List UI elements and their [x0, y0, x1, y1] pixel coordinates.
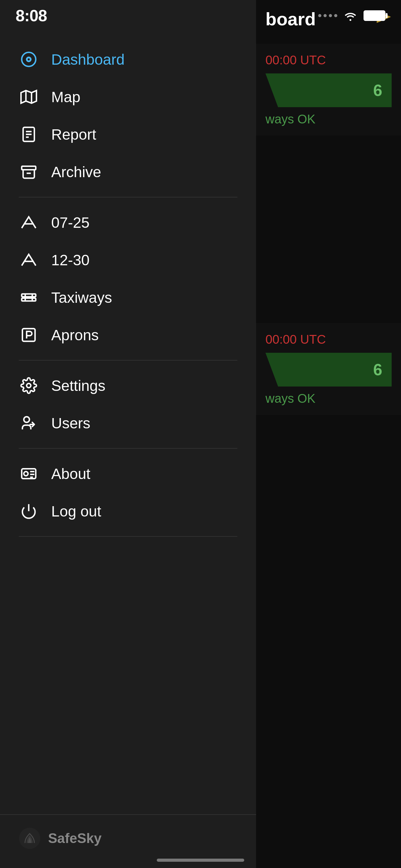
runway-indicator-2: 6 [265, 353, 392, 386]
sidebar-item-taxiways[interactable]: Taxiways [0, 279, 256, 316]
sidebar-item-runway-12-30[interactable]: 12-30 [0, 241, 256, 279]
sidebar-label-about: About [51, 465, 90, 483]
sidebar-item-map[interactable]: Map [0, 78, 256, 116]
sidebar-item-about[interactable]: About [0, 455, 256, 492]
sidebar-label-taxiways: Taxiways [51, 289, 112, 306]
divider-2 [19, 360, 237, 361]
map-icon [19, 87, 39, 107]
divider-1 [19, 197, 237, 197]
gear-icon [19, 376, 39, 396]
sidebar-label-settings: Settings [51, 377, 105, 394]
runway-12-30-icon [19, 250, 39, 270]
svg-rect-13 [22, 294, 36, 297]
sidebar-label-runway-12-30: 12-30 [51, 251, 90, 269]
sidebar-label-runway-07-25: 07-25 [51, 214, 90, 231]
runway-number-2: 6 [373, 360, 382, 379]
dashboard-area: board 00:00 UTC 6 ways OK 00:00 UTC 6 wa… [256, 0, 401, 868]
svg-point-21 [24, 471, 28, 476]
sidebar-item-dashboard[interactable]: Dashboard [0, 41, 256, 78]
sidebar: Dashboard Map R [0, 0, 256, 868]
runway-indicator-1: 6 [265, 73, 392, 107]
sidebar-item-settings[interactable]: Settings [0, 367, 256, 404]
battery-icon [364, 10, 386, 21]
users-icon [19, 413, 39, 433]
runway-status-2: ways OK [265, 392, 392, 406]
runway-card-2: 00:00 UTC 6 ways OK [256, 323, 401, 415]
runway-time-1: 00:00 UTC [265, 53, 392, 67]
runway-07-25-icon [19, 213, 39, 232]
runway-status-1: ways OK [265, 112, 392, 126]
sidebar-item-runway-07-25[interactable]: 07-25 [0, 204, 256, 241]
svg-rect-14 [22, 298, 36, 301]
signal-dots-icon [318, 14, 337, 17]
parking-icon [19, 325, 39, 345]
divider-4 [19, 536, 237, 537]
eye-icon [19, 50, 39, 69]
sidebar-label-dashboard: Dashboard [51, 51, 125, 68]
sidebar-content: Dashboard Map R [0, 31, 256, 814]
sidebar-item-logout[interactable]: Log out [0, 492, 256, 530]
sidebar-label-archive: Archive [51, 163, 101, 181]
taxiway-icon [19, 287, 39, 307]
safesky-logo-icon [19, 827, 41, 849]
runway-number-1: 6 [373, 81, 382, 100]
wifi-icon [343, 10, 357, 21]
runway-time-2: 00:00 UTC [265, 333, 392, 346]
sidebar-item-aprons[interactable]: Aprons [0, 316, 256, 354]
report-icon [19, 124, 39, 144]
svg-point-19 [24, 417, 29, 423]
sidebar-label-report: Report [51, 126, 96, 143]
sidebar-item-report[interactable]: Report [0, 116, 256, 153]
id-card-icon [19, 464, 39, 484]
sidebar-label-map: Map [51, 88, 80, 105]
svg-point-18 [27, 383, 31, 388]
svg-point-2 [28, 58, 30, 61]
home-indicator [157, 859, 244, 862]
sidebar-label-logout: Log out [51, 503, 101, 520]
sidebar-item-users[interactable]: Users [0, 404, 256, 442]
status-bar: 8:08 [0, 0, 401, 31]
sidebar-label-users: Users [51, 415, 90, 432]
status-icons [318, 10, 386, 21]
sidebar-label-aprons: Aprons [51, 327, 99, 344]
sidebar-item-archive[interactable]: Archive [0, 153, 256, 191]
status-time: 8:08 [15, 6, 47, 25]
power-icon [19, 501, 39, 521]
safesky-logo-text: SafeSky [48, 831, 101, 846]
archive-icon [19, 162, 39, 182]
runway-card-1: 00:00 UTC 6 ways OK [256, 44, 401, 135]
divider-3 [19, 448, 237, 449]
svg-rect-9 [22, 166, 36, 170]
